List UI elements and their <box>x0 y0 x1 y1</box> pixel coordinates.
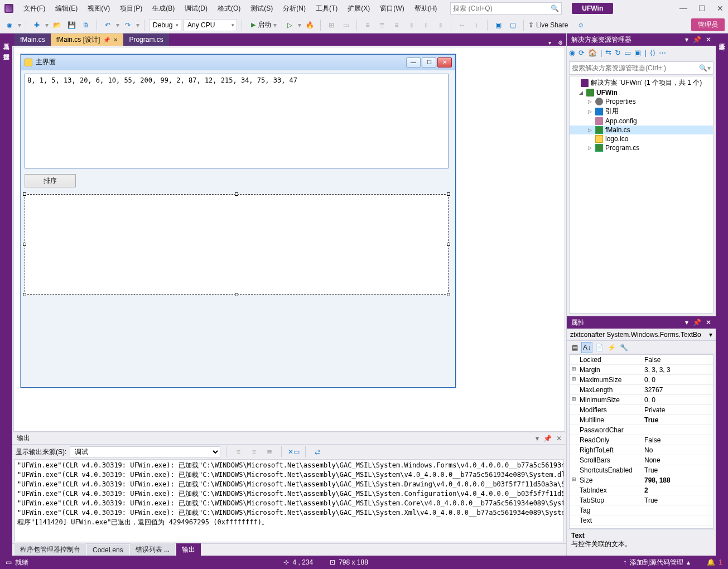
property-row[interactable]: MaximumSize0, 0 <box>570 375 713 385</box>
bring-front-icon[interactable]: ▣ <box>492 19 504 31</box>
doc-tabs-pin-icon[interactable]: ⚙ <box>555 40 566 46</box>
panel-close-icon[interactable]: ✕ <box>706 319 711 326</box>
property-row[interactable]: RightToLeftNo <box>570 445 713 455</box>
panel-dropdown-icon[interactable]: ▾ <box>536 435 539 442</box>
menu-item[interactable]: 文件(F) <box>19 2 50 16</box>
menu-item[interactable]: 窗口(W) <box>375 2 408 16</box>
redo-button[interactable]: ↷ <box>122 19 134 31</box>
tree-project-node[interactable]: ◢UFWin <box>570 88 713 97</box>
panel-pin-icon[interactable]: 📌 <box>693 36 701 44</box>
output-toggle-icon[interactable]: ⇄ <box>311 446 324 458</box>
menu-item[interactable]: 格式(O) <box>213 2 245 16</box>
resize-handle[interactable] <box>23 192 26 196</box>
side-tab[interactable]: 工具箱 <box>1 37 12 41</box>
output-clear-icon[interactable]: ✕▭ <box>287 446 300 458</box>
props-pages-icon[interactable]: 🔧 <box>618 342 629 353</box>
props-alpha-icon[interactable]: A↓ <box>581 342 592 353</box>
designer-surface[interactable]: 主界面 — ☐ ✕ 8, 1, 5, 13, 20, 6, 10, 55, 20… <box>13 47 565 432</box>
sol-home-icon[interactable]: ◉ <box>569 49 575 57</box>
props-categorized-icon[interactable]: ▤ <box>569 342 580 353</box>
platform-dropdown[interactable]: Any CPU <box>184 19 237 31</box>
resize-handle[interactable] <box>235 293 238 296</box>
solution-tree[interactable]: 解决方案 'UFWin' (1 个项目，共 1 个) ◢UFWin ▷Prope… <box>569 76 713 314</box>
menu-item[interactable]: 工具(T) <box>311 2 342 16</box>
config-dropdown[interactable]: Debug <box>149 19 181 31</box>
close-button[interactable]: ✕ <box>717 4 724 13</box>
property-row[interactable]: MinimumSize0, 0 <box>570 395 713 405</box>
property-row[interactable]: Text <box>570 515 713 525</box>
panel-close-icon[interactable]: ✕ <box>556 435 562 442</box>
menu-item[interactable]: 生成(B) <box>148 2 179 16</box>
props-props-icon[interactable]: 📄 <box>594 342 605 353</box>
textbox-before[interactable]: 8, 1, 5, 13, 20, 6, 10, 55, 200, 99, 2, … <box>25 74 449 168</box>
resize-handle[interactable] <box>23 293 26 296</box>
sol-more-icon[interactable]: ⋯ <box>659 49 666 57</box>
resize-handle[interactable] <box>447 293 450 296</box>
quick-search-input[interactable] <box>453 4 551 12</box>
property-row[interactable]: Tag <box>570 505 713 515</box>
panel-dropdown-icon[interactable]: ▾ <box>685 36 688 44</box>
live-share-button[interactable]: ⇪Live Share <box>528 21 568 29</box>
minimize-button[interactable]: — <box>679 4 687 13</box>
start-button[interactable]: ▶启动 ▾ <box>247 19 281 31</box>
undo-button[interactable]: ↶ <box>102 19 114 31</box>
tree-item[interactable]: ▷fMain.cs <box>570 126 713 134</box>
tree-item[interactable]: ▷Program.cs <box>570 143 713 152</box>
property-row[interactable]: ScrollBarsNone <box>570 455 713 465</box>
property-row[interactable]: TabStopTrue <box>570 495 713 505</box>
doc-tabs-dropdown-icon[interactable]: ▾ <box>545 40 555 46</box>
panel-close-icon[interactable]: ✕ <box>706 36 711 44</box>
menu-item[interactable]: 分析(N) <box>278 2 310 16</box>
send-back-icon[interactable]: ▢ <box>507 19 519 31</box>
back-button[interactable]: ◉ <box>3 19 16 31</box>
side-tab[interactable]: 数据源 <box>1 47 12 51</box>
menu-item[interactable]: 测试(S) <box>246 2 277 16</box>
sol-view-icon[interactable]: ⟨⟩ <box>650 49 655 57</box>
resize-handle[interactable] <box>235 192 238 196</box>
output-source-dropdown[interactable]: 调试 <box>70 446 220 457</box>
property-row[interactable]: PasswordChar <box>570 425 713 435</box>
notifications-button[interactable]: 🔔1 <box>707 558 722 566</box>
bottom-tab[interactable]: 程序包管理器控制台 <box>15 543 86 556</box>
document-tab[interactable]: Program.cs <box>123 33 168 46</box>
tree-item[interactable]: ▷引用 <box>570 106 713 117</box>
menu-item[interactable]: 扩展(X) <box>343 2 374 16</box>
menu-item[interactable]: 调试(D) <box>180 2 212 16</box>
panel-pin-icon[interactable]: 📌 <box>543 435 552 442</box>
open-button[interactable]: 📂 <box>51 19 63 31</box>
solution-search[interactable]: 🔍▾ <box>569 61 713 75</box>
menu-item[interactable]: 视图(V) <box>83 2 114 16</box>
property-row[interactable]: MaxLength32767 <box>570 385 713 395</box>
solution-search-input[interactable] <box>572 64 699 72</box>
properties-object-dropdown[interactable]: ztxtconafter System.Windows.Forms.TextBo… <box>567 329 716 341</box>
output-text[interactable]: "UFWin.exe"(CLR v4.0.30319: UFWin.exe): … <box>15 459 564 542</box>
sol-sync-icon[interactable]: ⟳ <box>578 49 585 57</box>
source-control-button[interactable]: ↑添加到源代码管理▴ <box>623 558 690 567</box>
property-row[interactable]: MultilineTrue <box>570 415 713 425</box>
bottom-tab[interactable]: CodeLens <box>87 544 129 556</box>
sol-showall-icon[interactable]: ▭ <box>624 49 631 57</box>
property-row[interactable]: Size798, 188 <box>570 475 713 485</box>
tree-solution-node[interactable]: 解决方案 'UFWin' (1 个项目，共 1 个) <box>570 78 713 88</box>
bottom-tab[interactable]: 错误列表 ... <box>130 543 175 556</box>
panel-pin-icon[interactable]: 📌 <box>693 319 701 326</box>
property-row[interactable]: Margin3, 3, 3, 3 <box>570 365 713 375</box>
tree-item[interactable]: ▷Properties <box>570 97 713 106</box>
start-no-debug-button[interactable]: ▷ <box>283 19 296 31</box>
tree-item[interactable]: logo.ico <box>570 134 713 143</box>
sol-props-icon[interactable]: ▣ <box>634 49 641 57</box>
bottom-tab[interactable]: 输出 <box>176 543 201 556</box>
panel-dropdown-icon[interactable]: ▾ <box>685 319 688 326</box>
textbox-after-selected[interactable] <box>25 194 449 295</box>
sol-refresh-icon[interactable]: ↻ <box>615 49 621 57</box>
props-events-icon[interactable]: ⚡ <box>606 342 617 353</box>
diagnostics-tab[interactable]: 诊断工具 <box>717 37 727 41</box>
sort-button[interactable]: 排序 <box>25 174 76 187</box>
menu-item[interactable]: 编辑(E) <box>51 2 82 16</box>
save-button[interactable]: 💾 <box>65 19 78 31</box>
feedback-icon[interactable]: ☺ <box>575 19 587 31</box>
tree-item[interactable]: App.config <box>570 117 713 126</box>
document-tab[interactable]: fMain.cs [设计]📌✕ <box>51 33 124 46</box>
property-row[interactable]: ModifiersPrivate <box>570 405 713 415</box>
resize-handle[interactable] <box>447 243 450 246</box>
